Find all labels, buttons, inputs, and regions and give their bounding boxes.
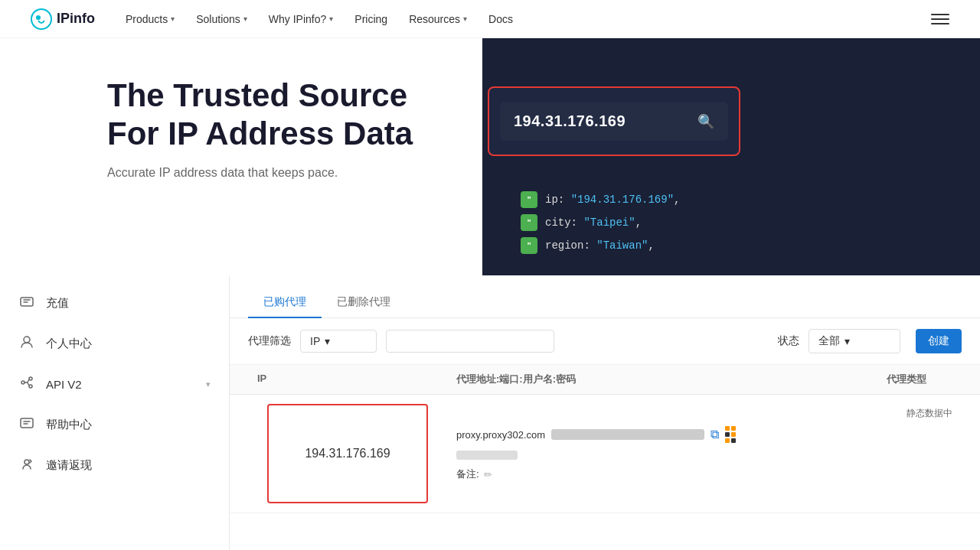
column-header-type: 代理类型 (877, 365, 962, 394)
filter-bar: 代理筛选 IP ▾ 状态 全部 ▾ 创建 (230, 318, 980, 365)
ip-cell-inner: 194.31.176.169 (267, 404, 428, 503)
chevron-down-icon: ▾ (329, 15, 333, 23)
sidebar-label: 个人中心 (46, 337, 211, 351)
overlay-panel: 充值 个人中心 API V2 ▾ 帮助中心 邀请返现 (0, 275, 980, 550)
nav-items: Products ▾ Solutions ▾ Why IPinfo? ▾ Pri… (126, 13, 931, 25)
create-button[interactable]: 创建 (916, 329, 962, 353)
note-label: 备注: (456, 467, 479, 481)
filter-status-label: 状态 (778, 334, 799, 348)
tab-purchased[interactable]: 已购代理 (248, 288, 322, 318)
search-icon[interactable]: 🔍 (697, 113, 714, 130)
type-label: 静态数据中 (906, 407, 952, 420)
nav-pricing[interactable]: Pricing (354, 13, 387, 25)
main-content: 已购代理 已删除代理 代理筛选 IP ▾ 状态 全部 ▾ 创建 IP 代理地址:… (230, 275, 980, 550)
logo-icon (31, 8, 52, 30)
svg-point-1 (36, 15, 41, 20)
profile-icon (18, 334, 35, 353)
sidebar: 充值 个人中心 API V2 ▾ 帮助中心 邀请返现 (0, 275, 230, 550)
ip-search-box: 194.31.176.169 🔍 (488, 86, 740, 156)
sidebar-label: 充值 (46, 296, 211, 311)
ip-value: 194.31.176.169 (305, 447, 390, 461)
filter-status-value: 全部 (818, 334, 840, 348)
filter-label: 代理筛选 (248, 334, 291, 348)
help-icon (18, 415, 35, 434)
json-results: " ip: "194.31.176.169", " city: "Taipei"… (521, 191, 680, 260)
edit-icon[interactable]: ✏ (484, 469, 492, 480)
proxy-addr-cell: proxy.proxy302.com ⧉ (447, 395, 877, 513)
logo[interactable]: IPinfo (31, 8, 95, 30)
proxy-sub-info-blurred (456, 451, 518, 460)
chevron-down-icon: ▾ (325, 335, 330, 347)
api-icon (18, 375, 35, 394)
json-icon: " (521, 214, 537, 231)
ip-search-inner[interactable]: 194.31.176.169 🔍 (500, 102, 728, 141)
hamburger-menu-icon[interactable] (931, 10, 949, 28)
json-icon: " (521, 191, 537, 208)
ip-cell: 194.31.176.169 (248, 395, 447, 513)
hero-subtitle: Accurate IP address data that keeps pace… (107, 166, 413, 180)
chevron-down-icon: ▾ (463, 15, 467, 23)
svg-point-0 (31, 9, 51, 29)
nav-docs[interactable]: Docs (488, 13, 513, 25)
table-row: 194.31.176.169 proxy.proxy302.com ⧉ (230, 395, 980, 513)
recharge-icon (18, 294, 35, 313)
nav-products[interactable]: Products ▾ (126, 13, 175, 25)
chevron-down-icon: ▾ (844, 335, 850, 347)
top-nav: IPinfo Products ▾ Solutions ▾ Why IPinfo… (0, 0, 980, 38)
referral-icon (18, 456, 35, 475)
filter-type-select[interactable]: IP ▾ (300, 330, 377, 353)
column-header-ip: IP (248, 365, 447, 394)
tab-deleted[interactable]: 已删除代理 (322, 288, 406, 318)
svg-rect-7 (21, 418, 33, 428)
nav-resources[interactable]: Resources ▾ (409, 13, 467, 25)
logo-text: IPinfo (57, 11, 95, 27)
chevron-down-icon: ▾ (171, 15, 175, 23)
filter-type-value: IP (310, 335, 320, 347)
proxy-addr-text: proxy.proxy302.com (456, 429, 545, 441)
json-line-city: " city: "Taipei", (521, 214, 680, 231)
column-header-addr: 代理地址:端口:用户名:密码 (447, 365, 877, 394)
json-line-region: " region: "Taiwan", (521, 237, 680, 254)
sidebar-item-referral[interactable]: 邀请返现 (0, 445, 229, 486)
filter-search-input[interactable] (386, 330, 554, 353)
sidebar-label: API V2 (46, 378, 195, 391)
hero-title: The Trusted Source For IP Address Data (107, 76, 413, 154)
type-cell: 静态数据中 (877, 395, 962, 513)
table-header: IP 代理地址:端口:用户名:密码 代理类型 (230, 365, 980, 395)
sidebar-item-api[interactable]: API V2 ▾ (0, 364, 229, 405)
proxy-addr-blurred (551, 429, 704, 440)
svg-point-3 (24, 337, 30, 343)
nav-solutions[interactable]: Solutions ▾ (196, 13, 247, 25)
json-icon: " (521, 237, 537, 254)
qr-icon[interactable] (725, 426, 736, 443)
nav-why-ipinfo[interactable]: Why IPinfo? ▾ (269, 13, 333, 25)
svg-point-8 (24, 460, 29, 464)
sidebar-item-help[interactable]: 帮助中心 (0, 405, 229, 445)
ip-search-value: 194.31.176.169 (514, 112, 626, 130)
hero-text: The Trusted Source For IP Address Data A… (107, 76, 413, 180)
sidebar-label: 邀请返现 (46, 458, 211, 473)
filter-status-select[interactable]: 全部 ▾ (808, 329, 900, 353)
sidebar-label: 帮助中心 (46, 418, 211, 432)
sidebar-item-recharge[interactable]: 充值 (0, 283, 229, 324)
chevron-down-icon: ▾ (243, 15, 247, 23)
json-line-ip: " ip: "194.31.176.169", (521, 191, 680, 208)
sidebar-item-profile[interactable]: 个人中心 (0, 324, 229, 364)
note-row: 备注: ✏ (456, 467, 868, 481)
copy-icon[interactable]: ⧉ (710, 428, 719, 441)
proxy-addr-row: proxy.proxy302.com ⧉ (456, 426, 868, 443)
tabs: 已购代理 已删除代理 (230, 288, 980, 318)
chevron-down-icon: ▾ (206, 379, 211, 389)
